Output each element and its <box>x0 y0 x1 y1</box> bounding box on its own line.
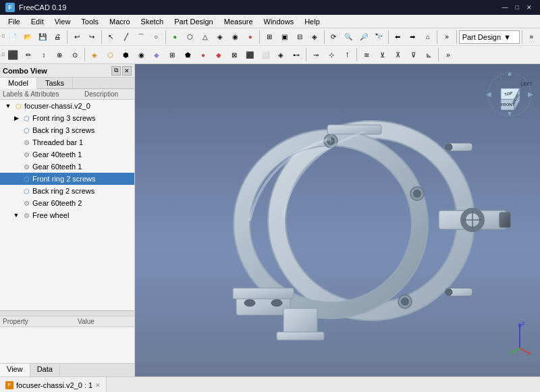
tree-scrollbar-h[interactable] <box>0 310 134 316</box>
home[interactable]: ⌂ <box>421 30 435 45</box>
cursor-button[interactable]: ↖ <box>104 30 118 45</box>
open-button[interactable]: 📂 <box>20 30 34 45</box>
arrow-left[interactable]: ⬅ <box>391 30 405 45</box>
new-button[interactable]: 📄 <box>5 30 20 45</box>
t2-10[interactable]: ⊞ <box>165 47 180 62</box>
left-bottom-tabs: View Data <box>0 363 134 376</box>
t2-18[interactable]: ⊷ <box>289 47 304 62</box>
btab-model[interactable]: F focuser-chassi.v2_0 : 1 ✕ <box>0 377 107 392</box>
menu-tools[interactable]: Tools <box>76 15 104 28</box>
t2-9[interactable]: ◆ <box>149 47 164 62</box>
menu-measure[interactable]: Measure <box>219 15 259 28</box>
draw-arc[interactable]: ⌒ <box>134 30 148 45</box>
tab-tasks[interactable]: Tasks <box>37 78 73 88</box>
tool5[interactable]: ◉ <box>228 30 242 45</box>
tree-item-front2[interactable]: ▶ ⬡ Front ring 2 screws <box>0 173 134 185</box>
tree-item-gear60b[interactable]: ▶ ⚙ Gear 60teeth 2 <box>0 197 134 209</box>
tree-arrow-root[interactable]: ▼ <box>4 103 12 109</box>
more-btn2[interactable]: » <box>524 30 539 45</box>
toolbar-grip-1[interactable]: ⠿ <box>1 34 5 40</box>
save-button[interactable]: 💾 <box>36 30 50 45</box>
tree-item-root[interactable]: ▼ ⬡ focuser-chassi.v2_0 <box>0 100 134 112</box>
tool6[interactable]: ● <box>243 30 257 45</box>
minimize-button[interactable]: — <box>500 3 510 12</box>
menu-sketch[interactable]: Sketch <box>136 15 169 28</box>
tree-label-gear60a: Gear 60teeth 1 <box>32 163 133 171</box>
btab-model-close[interactable]: ✕ <box>95 382 101 389</box>
view-front[interactable]: ▣ <box>277 30 292 45</box>
t2-19[interactable]: ⊸ <box>308 47 323 62</box>
tab-model[interactable]: Model <box>0 78 37 89</box>
t2-14[interactable]: ⊠ <box>227 47 242 62</box>
t2-17[interactable]: ◈ <box>273 47 288 62</box>
view-top[interactable]: ⊟ <box>292 30 306 45</box>
menu-windows[interactable]: Windows <box>259 15 300 28</box>
tree-item-back2[interactable]: ▶ ⬡ Back ring 2 screws <box>0 185 134 197</box>
arrow-right[interactable]: ➡ <box>406 30 420 45</box>
menu-macro[interactable]: Macro <box>104 15 136 28</box>
t2-5[interactable]: ◈ <box>87 47 102 62</box>
sketch-icon[interactable]: ⬛ <box>5 47 20 62</box>
view-iso[interactable]: ◈ <box>307 30 321 45</box>
t2-21[interactable]: ⊺ <box>340 47 354 62</box>
t2-2[interactable]: ↕ <box>36 47 51 62</box>
lb-tab-data[interactable]: Data <box>30 364 60 376</box>
tool3[interactable]: △ <box>198 30 212 45</box>
draw-line[interactable]: ╱ <box>119 30 133 45</box>
view-orient[interactable]: ⟳ <box>326 30 340 45</box>
menu-view[interactable]: View <box>49 15 76 28</box>
t2-8[interactable]: ◉ <box>134 47 148 62</box>
combo-float-button[interactable]: ⧉ <box>111 66 121 76</box>
t2-25[interactable]: ⊽ <box>406 47 421 62</box>
green-ball[interactable]: ● <box>168 30 182 45</box>
t2-13[interactable]: ◆ <box>211 47 226 62</box>
t2-24[interactable]: ⊼ <box>390 47 405 62</box>
lb-tab-view[interactable]: View <box>0 364 30 376</box>
menu-edit[interactable]: Edit <box>26 15 49 28</box>
tree-item-free[interactable]: ▼ ⚙ Free wheel <box>0 209 134 221</box>
t2-23[interactable]: ⊻ <box>375 47 389 62</box>
t2-6[interactable]: ⬡ <box>103 47 117 62</box>
view-fit-all[interactable]: ⊞ <box>262 30 276 45</box>
cube-3d[interactable]: ⬡ <box>183 30 197 45</box>
t2-3[interactable]: ⊕ <box>52 47 67 62</box>
zoom-in[interactable]: 🔍 <box>342 30 356 45</box>
toolbar-grip-2[interactable]: ⠿ <box>1 52 5 58</box>
tree-item-back3[interactable]: ▶ ⬡ Back ring 3 screws <box>0 124 134 136</box>
t2-1[interactable]: ✏ <box>21 47 36 62</box>
more-btn[interactable]: » <box>439 30 454 45</box>
workbench-dropdown[interactable]: Part Design ▼ <box>459 30 520 44</box>
maximize-button[interactable]: □ <box>512 3 522 12</box>
svg-text:Y: Y <box>509 350 513 355</box>
combo-close-button[interactable]: ✕ <box>122 66 132 76</box>
t2-12[interactable]: ● <box>196 47 211 62</box>
tree-item-gear40[interactable]: ▶ ⚙ Gear 40teeth 1 <box>0 148 134 161</box>
t2-20[interactable]: ⊹ <box>324 47 339 62</box>
tree-item-threaded[interactable]: ▶ ⚙ Threaded bar 1 <box>0 136 134 148</box>
tree-arrow-free[interactable]: ▼ <box>12 212 20 219</box>
undo-button[interactable]: ↩ <box>70 30 84 45</box>
redo-button[interactable]: ↪ <box>84 30 99 45</box>
print-button[interactable]: 🖨 <box>51 30 65 45</box>
menu-file[interactable]: File <box>3 15 26 28</box>
t2-15[interactable]: ⬛ <box>242 47 257 62</box>
zoom-out[interactable]: 🔎 <box>356 30 371 45</box>
t2-16[interactable]: ⬜ <box>258 47 273 62</box>
t2-more[interactable]: » <box>441 47 456 62</box>
t2-4[interactable]: ⊙ <box>68 47 82 62</box>
view-3d[interactable]: 🔭 <box>371 30 385 45</box>
draw-circle[interactable]: ○ <box>148 30 163 45</box>
t2-7[interactable]: ⬢ <box>118 47 133 62</box>
t2-22[interactable]: ≋ <box>359 47 374 62</box>
tree-item-gear60a[interactable]: ▶ ⚙ Gear 60teeth 1 <box>0 161 134 173</box>
t2-11[interactable]: ⬟ <box>180 47 195 62</box>
tree-icon-threaded: ⚙ <box>22 138 31 147</box>
viewport[interactable]: ▲ ▼ ◀ ▶ FRONT TOP RIGHT LEFT <box>135 64 540 376</box>
tree-item-front3[interactable]: ▶ ⬡ Front ring 3 screws <box>0 112 134 124</box>
tool4[interactable]: ◈ <box>213 30 227 45</box>
menu-part-design[interactable]: Part Design <box>169 15 218 28</box>
tree-arrow-front3[interactable]: ▶ <box>12 115 20 121</box>
t2-26[interactable]: ⊾ <box>421 47 436 62</box>
close-button[interactable]: ✕ <box>524 3 535 12</box>
menu-help[interactable]: Help <box>299 15 325 28</box>
